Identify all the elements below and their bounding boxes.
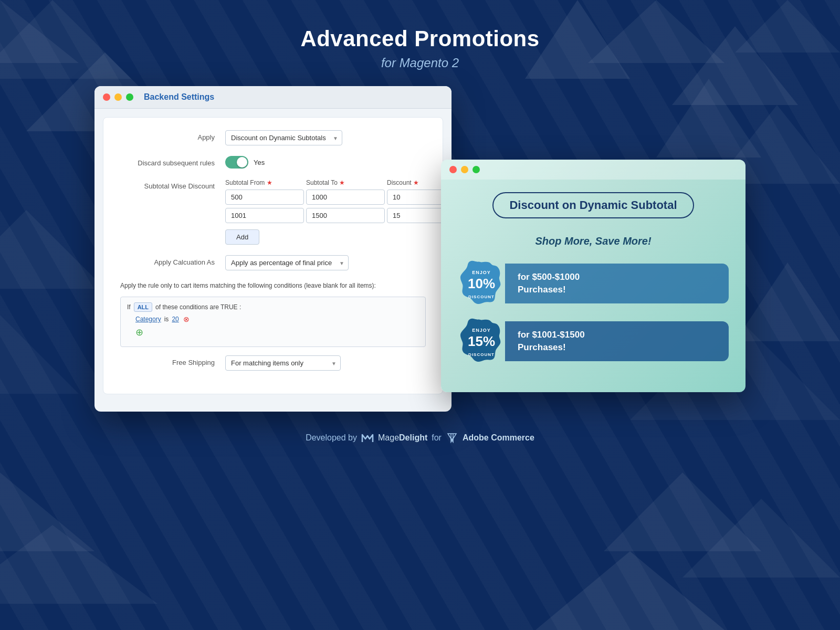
discard-value: Yes xyxy=(254,159,265,166)
condition-is-text: is xyxy=(164,316,169,323)
footer-adobe: Adobe Commerce xyxy=(463,433,534,443)
svg-marker-11 xyxy=(536,551,724,630)
adobe-logo-icon xyxy=(446,433,458,443)
discount-2[interactable] xyxy=(387,208,450,223)
offer-action-1: Purchases! xyxy=(518,285,566,295)
toggle-wrapper: Yes xyxy=(225,156,426,169)
discard-label: Discard subsequent rules xyxy=(120,156,225,167)
free-shipping-row: Free Shipping For matching items only ▼ xyxy=(120,355,426,371)
condition-all-badge[interactable]: ALL xyxy=(134,302,152,312)
discount-card-2: ENJOY 15% DISCOUNT for $1001-$1500 Purch… xyxy=(458,318,729,365)
condition-category-row: Category is 20 ⊗ xyxy=(127,315,419,323)
badge-discount-1: DISCOUNT xyxy=(468,295,495,299)
condition-header-row: If ALL of these conditions are TRUE : xyxy=(127,302,419,312)
promo-minimize-dot[interactable] xyxy=(461,166,468,173)
badge-text-1: ENJOY 10% DISCOUNT xyxy=(468,267,495,300)
col-to: Subtotal To ★ xyxy=(306,179,385,186)
promo-subtitle: Shop More, Save More! xyxy=(458,235,729,247)
add-row-button[interactable]: Add xyxy=(225,229,259,245)
apply-control: Discount on Dynamic Subtotals ▼ xyxy=(225,130,426,145)
promo-maximize-dot[interactable] xyxy=(472,166,480,173)
promo-close-dot[interactable] xyxy=(449,166,457,173)
footer-for-text: for xyxy=(432,433,442,443)
discard-row: Discard subsequent rules Yes xyxy=(120,156,426,169)
subtotal-label: Subtotal Wise Discount xyxy=(120,179,225,190)
calc-select[interactable]: Apply as percentage of final price xyxy=(225,255,349,270)
calc-row: Apply Calcuation As Apply as percentage … xyxy=(120,255,426,270)
discount-card-1: ENJOY 10% DISCOUNT for $500-$1000 Purcha… xyxy=(458,260,729,307)
toggle-knob xyxy=(237,157,247,167)
backend-settings-window: Backend Settings Apply Discount on Dynam… xyxy=(94,86,452,412)
window-close-dot[interactable] xyxy=(103,93,110,101)
condition-add-row: ⊕ xyxy=(127,327,419,338)
discard-control: Yes xyxy=(225,156,426,169)
condition-remove-btn[interactable]: ⊗ xyxy=(183,315,190,323)
free-shipping-label: Free Shipping xyxy=(120,355,225,366)
calc-select-wrapper: Apply as percentage of final price ▼ xyxy=(225,255,349,270)
discount-1[interactable] xyxy=(387,190,450,205)
subtotal-row: Subtotal Wise Discount Subtotal From ★ S… xyxy=(120,179,426,245)
free-shipping-control: For matching items only ▼ xyxy=(225,355,426,371)
required-star-to: ★ xyxy=(339,179,345,186)
badge-percent-1: 10% xyxy=(468,276,495,291)
badge-enjoy-2: ENJOY xyxy=(472,328,491,333)
promo-titlebar xyxy=(441,160,746,180)
conditions-box: If ALL of these conditions are TRUE : Ca… xyxy=(120,297,426,347)
discount-info-2: for $1001-$1500 Purchases! xyxy=(505,321,729,361)
col-from: Subtotal From ★ xyxy=(225,179,304,186)
promo-body: Discount on Dynamic Subtotal Shop More, … xyxy=(441,180,746,392)
condition-category-link[interactable]: Category xyxy=(135,316,161,323)
magedeight-logo-icon xyxy=(361,433,374,443)
discard-toggle[interactable] xyxy=(225,156,248,169)
footer: Developed by MageDelight for Adobe Comme… xyxy=(0,412,840,443)
subtotal-from-2[interactable] xyxy=(225,208,304,223)
window-minimize-dot[interactable] xyxy=(114,93,122,101)
condition-add-btn[interactable]: ⊕ xyxy=(135,327,143,338)
promo-title-container: Discount on Dynamic Subtotal xyxy=(458,192,729,227)
badge-discount-2: DISCOUNT xyxy=(468,352,495,357)
backend-window-title: Backend Settings xyxy=(144,92,214,102)
col-discount: Discount ★ xyxy=(387,179,450,186)
apply-select[interactable]: Discount on Dynamic Subtotals xyxy=(225,130,342,145)
badge-percent-2: 15% xyxy=(468,334,495,349)
required-star-discount: ★ xyxy=(413,179,419,186)
window-titlebar: Backend Settings xyxy=(94,86,452,109)
backend-settings-form: Apply Discount on Dynamic Subtotals ▼ Di… xyxy=(103,117,443,394)
offer-range-2: for $1001-$1500 xyxy=(518,330,585,340)
subtotal-to-2[interactable] xyxy=(306,208,385,223)
main-content: Backend Settings Apply Discount on Dynam… xyxy=(0,86,840,412)
free-shipping-select[interactable]: For matching items only xyxy=(225,355,341,371)
apply-select-wrapper: Discount on Dynamic Subtotals ▼ xyxy=(225,130,342,145)
promo-subtitle-container: Shop More, Save More! xyxy=(458,235,729,247)
mage-text: Mage xyxy=(378,433,399,442)
subtotal-to-1[interactable] xyxy=(306,190,385,205)
window-maximize-dot[interactable] xyxy=(126,93,133,101)
condition-value-link[interactable]: 20 xyxy=(172,316,178,323)
badge-text-2: ENJOY 15% DISCOUNT xyxy=(468,324,495,358)
condition-if-text: If xyxy=(127,303,131,311)
promo-window: Discount on Dynamic Subtotal Shop More, … xyxy=(441,160,746,392)
apply-label: Apply xyxy=(120,130,225,141)
badge-enjoy-1: ENJOY xyxy=(472,270,491,275)
subtotal-from-1[interactable] xyxy=(225,190,304,205)
condition-description: Apply the rule only to cart items matchi… xyxy=(120,281,426,290)
condition-true-text: of these conditions are TRUE : xyxy=(155,303,241,311)
promo-title: Discount on Dynamic Subtotal xyxy=(509,198,677,212)
apply-row: Apply Discount on Dynamic Subtotals ▼ xyxy=(120,130,426,145)
footer-developed-by: Developed by xyxy=(306,433,357,443)
required-star-from: ★ xyxy=(267,179,272,186)
promo-title-badge: Discount on Dynamic Subtotal xyxy=(492,192,694,218)
page-subtitle: for Magento 2 xyxy=(0,56,840,70)
page-title: Advanced Promotions xyxy=(0,26,840,51)
page-header: Advanced Promotions for Magento 2 xyxy=(0,0,840,86)
offer-range-1: for $500-$1000 xyxy=(518,272,580,282)
discount-info-1: for $500-$1000 Purchases! xyxy=(505,264,729,303)
footer-magedelight: MageDelight xyxy=(378,433,427,443)
calc-control: Apply as percentage of final price ▼ xyxy=(225,255,426,270)
offer-action-2: Purchases! xyxy=(518,342,566,352)
delight-text: Delight xyxy=(399,433,427,442)
calc-label: Apply Calcuation As xyxy=(120,255,225,266)
badge-blob-2: ENJOY 15% DISCOUNT xyxy=(458,318,505,365)
free-shipping-select-wrapper: For matching items only ▼ xyxy=(225,355,341,371)
badge-blob-1: ENJOY 10% DISCOUNT xyxy=(458,260,505,307)
